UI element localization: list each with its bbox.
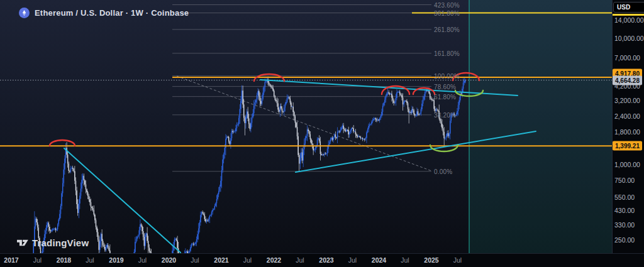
price-axis-label: 1,000.00 [614, 161, 640, 168]
price-axis-label: 14,000.00 [614, 16, 644, 24]
fib-level-label: 38.20% [434, 111, 456, 118]
price-axis-label: 330.00 [614, 221, 635, 229]
price-axis-label: 1,800.00 [614, 128, 640, 136]
top-arc-2018[interactable] [50, 140, 75, 146]
symbol-header[interactable]: Ethereum / U.S. Dollar · 1W · Coinbase [19, 8, 189, 18]
price-axis-label: 430.00 [614, 207, 635, 214]
price-axis-label: 550.00 [614, 193, 635, 201]
price-axis-border [612, 0, 613, 253]
time-axis-label: Jul [453, 256, 462, 264]
fib-diagonal-line[interactable] [177, 76, 431, 171]
yellow-level-axis-mark [612, 14, 644, 16]
time-axis-label: 2024 [372, 256, 386, 264]
time-axis-label: 2020 [162, 256, 176, 264]
symbol-title[interactable]: Ethereum / U.S. Dollar · 1W · Coinbase [35, 8, 189, 18]
price-axis-label: 10,000.00 [614, 35, 644, 42]
fib-level-label: 423.60% [434, 1, 460, 8]
fib-level-label: 161.80% [434, 50, 460, 57]
tradingview-watermark: TradingView [17, 237, 89, 248]
fib-level-label: 0.00% [434, 168, 452, 175]
fib-level-label: 261.80% [434, 26, 460, 33]
price-axis-label: 3,200.00 [614, 97, 640, 104]
last-price-badge: 4,664.28 [613, 75, 642, 85]
price-axis-label: 750.00 [614, 177, 635, 184]
fib-level-label: 78.60% [434, 83, 456, 90]
time-axis-label: Jul [401, 256, 409, 264]
time-axis-label: 2018 [57, 256, 71, 264]
tradingview-chart-window: 423.60%361.80%261.80%161.80%100.00%78.60… [0, 0, 644, 267]
time-axis-label: Jul [348, 256, 357, 264]
time-axis-label: 2021 [214, 256, 228, 264]
tradingview-watermark-text: TradingView [32, 237, 89, 248]
time-axis-label: Jul [33, 256, 42, 264]
support-price-badge: 1,399.21 [613, 141, 642, 151]
fib-level-label: 61.80% [434, 93, 456, 100]
time-axis-label: 2023 [319, 256, 333, 264]
projection-zone [469, 0, 612, 253]
currency-toggle-button[interactable]: USD [613, 2, 644, 13]
up-candle-wicks [13, 77, 465, 253]
time-axis-label: 2025 [424, 256, 438, 264]
price-axis[interactable]: USD 14,000.0010,000.007,000.004,200.003,… [612, 0, 644, 253]
price-axis-label: 250.00 [614, 236, 635, 244]
fib-level-label: 100.00% [434, 72, 460, 79]
time-axis-label: Jul [243, 256, 252, 264]
chart-canvas[interactable] [0, 0, 612, 253]
down-candle-bodies [12, 80, 462, 253]
time-axis-label: Jul [138, 256, 147, 264]
fib-level-label: 361.80% [434, 9, 460, 16]
time-axis-label: Jul [191, 256, 199, 264]
ethereum-icon [19, 8, 30, 18]
time-axis-label: Jul [86, 256, 94, 264]
price-axis-label: 2,400.00 [614, 112, 640, 120]
tradingview-logo-icon [17, 237, 29, 248]
top-arc-dec-2024[interactable] [413, 88, 435, 94]
price-axis-label: 7,000.00 [614, 54, 640, 62]
up-candle-bodies [13, 80, 466, 253]
time-axis-label: Jul [296, 256, 304, 264]
time-axis-label: 2022 [267, 256, 281, 264]
time-axis[interactable]: 2017Jul2018Jul2019Jul2020Jul2021Jul2022J… [0, 253, 644, 267]
time-axis-label: 2017 [4, 256, 18, 264]
time-axis-label: 2019 [109, 256, 123, 264]
